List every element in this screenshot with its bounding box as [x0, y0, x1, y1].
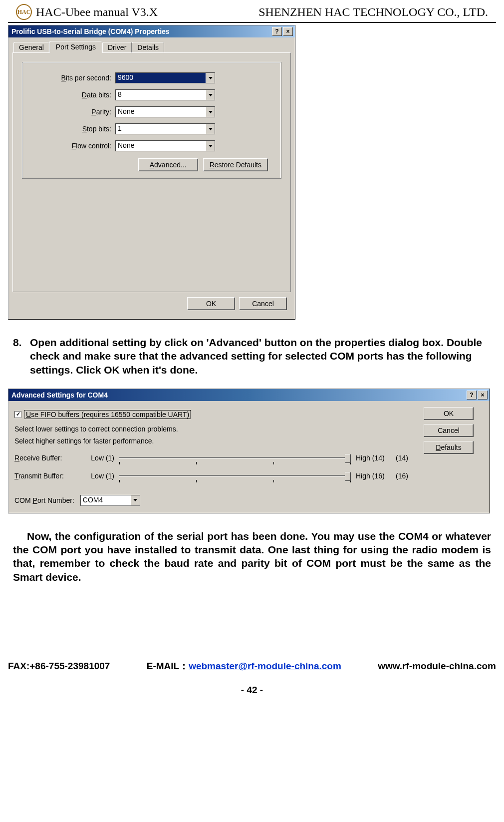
step-number: 8.: [13, 336, 26, 377]
chevron-down-icon[interactable]: [206, 124, 215, 134]
transmit-buffer-label: Transmit Buffer:: [14, 472, 79, 480]
titlebar: Prolific USB-to-Serial Bridge (COM4) Pro…: [8, 25, 295, 37]
website: www.rf-module-china.com: [378, 661, 496, 672]
email-block: E-MAIL：webmaster@rf-module-china.com: [147, 660, 341, 673]
page-number: - 42 -: [8, 685, 496, 696]
ok-button[interactable]: OK: [424, 407, 474, 420]
tab-panel: Bits per second: 9600 Data bits: 8 Parit…: [12, 52, 291, 292]
tab-details[interactable]: Details: [132, 42, 164, 53]
defaults-button[interactable]: Defaults: [424, 441, 474, 454]
receive-value: (14): [396, 454, 416, 462]
data-bits-combo[interactable]: 8: [115, 89, 215, 100]
receive-high: High (14): [356, 454, 391, 462]
tab-strip: General Port Settings Driver Details: [12, 40, 291, 53]
step-8-text: 8. Open additional setting by click on '…: [13, 336, 491, 377]
data-bits-value: 8: [116, 90, 206, 100]
flow-control-combo[interactable]: None: [115, 140, 215, 151]
fifo-group: Use FIFO buffers (requires 16550 compati…: [14, 407, 416, 484]
stop-bits-combo[interactable]: 1: [115, 123, 215, 134]
chevron-down-icon[interactable]: [206, 73, 215, 83]
advanced-button[interactable]: Advanced...: [138, 158, 198, 171]
chevron-down-icon[interactable]: [206, 107, 215, 117]
use-fifo-checkbox[interactable]: [14, 411, 21, 418]
dialog-title: Advanced Settings for COM4: [11, 391, 466, 399]
company-name: SHENZHEN HAC TECHNOLOGY CO., LTD.: [258, 5, 488, 19]
bits-per-second-combo[interactable]: 9600: [115, 72, 215, 83]
port-settings-group: Bits per second: 9600 Data bits: 8 Parit…: [22, 62, 281, 179]
conclusion-text: Now, the configuration of the serial por…: [13, 529, 491, 584]
bits-per-second-value: 9600: [116, 73, 206, 83]
close-button[interactable]: ×: [283, 27, 293, 36]
dialog-title: Prolific USB-to-Serial Bridge (COM4) Pro…: [11, 27, 271, 35]
restore-defaults-button[interactable]: Restore Defaults: [203, 158, 268, 171]
transmit-high: High (16): [356, 472, 391, 480]
ok-button[interactable]: OK: [187, 297, 235, 310]
doc-title: HAC-Ubee manual V3.X: [36, 5, 258, 19]
page-header: HAC HAC-Ubee manual V3.X SHENZHEN HAC TE…: [8, 0, 496, 23]
close-button[interactable]: ×: [478, 391, 488, 400]
flow-control-value: None: [116, 141, 206, 151]
com-port-number-label: COM Port Number:: [14, 496, 74, 504]
parity-combo[interactable]: None: [115, 106, 215, 117]
tab-port-settings[interactable]: Port Settings: [49, 41, 102, 53]
cancel-button[interactable]: Cancel: [239, 297, 287, 310]
tab-driver[interactable]: Driver: [102, 42, 132, 53]
transmit-value: (16): [396, 472, 416, 480]
com-properties-dialog: Prolific USB-to-Serial Bridge (COM4) Pro…: [8, 25, 295, 320]
help-text-2: Select higher settings for faster perfor…: [14, 437, 416, 445]
help-button[interactable]: ?: [272, 27, 282, 36]
chevron-down-icon[interactable]: [206, 141, 215, 151]
fax-number: FAX:+86-755-23981007: [8, 661, 110, 672]
email-label: E-MAIL：: [147, 661, 189, 671]
titlebar: Advanced Settings for COM4 ? ×: [8, 389, 490, 401]
parity-value: None: [116, 107, 206, 117]
chevron-down-icon[interactable]: [206, 90, 215, 100]
email-link[interactable]: webmaster@rf-module-china.com: [189, 661, 341, 671]
use-fifo-label: Use FIFO buffers (requires 16550 compati…: [24, 410, 191, 419]
advanced-settings-dialog: Advanced Settings for COM4 ? × Use FIFO …: [8, 389, 490, 513]
help-text-1: Select lower settings to correct connect…: [14, 425, 416, 433]
slider-thumb[interactable]: [345, 472, 351, 481]
step-body: Open additional setting by click on 'Adv…: [30, 336, 491, 377]
help-button[interactable]: ?: [467, 391, 477, 400]
stop-bits-value: 1: [116, 124, 206, 134]
chevron-down-icon[interactable]: [131, 495, 140, 505]
transmit-low: Low (1): [84, 472, 114, 480]
page-footer: FAX:+86-755-23981007 E-MAIL：webmaster@rf…: [0, 656, 504, 700]
flow-control-label: Flow control:: [30, 142, 115, 150]
receive-buffer-slider[interactable]: [119, 453, 351, 463]
slider-thumb[interactable]: [345, 454, 351, 463]
stop-bits-label: Stop bits:: [30, 125, 115, 133]
com-port-number-value: COM4: [81, 495, 131, 505]
receive-low: Low (1): [84, 454, 114, 462]
parity-label: Parity:: [30, 108, 115, 116]
bits-per-second-label: Bits per second:: [30, 74, 115, 82]
transmit-buffer-slider[interactable]: [119, 471, 351, 481]
tab-general[interactable]: General: [13, 42, 49, 53]
logo-icon: HAC: [16, 4, 32, 20]
com-port-number-combo[interactable]: COM4: [80, 495, 140, 506]
data-bits-label: Data bits:: [30, 91, 115, 99]
cancel-button[interactable]: Cancel: [424, 424, 474, 437]
receive-buffer-label: Receive Buffer:: [14, 454, 79, 462]
